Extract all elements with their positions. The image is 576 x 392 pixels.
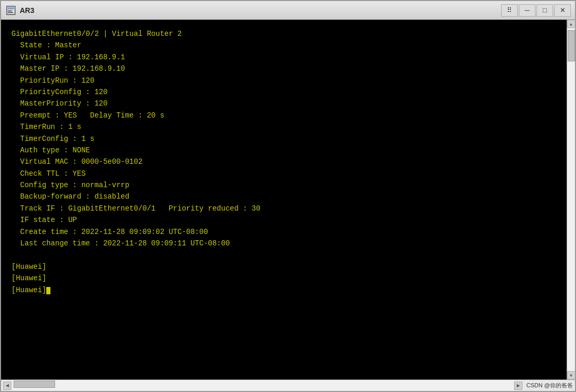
close-button[interactable]: ✕ [554,4,571,17]
maximize-icon: □ [543,6,547,14]
bottom-bar: ◀ ▶ CSDN @你的爸爸 [1,380,575,391]
svg-rect-2 [8,10,12,11]
window-title: AR3 [20,6,501,15]
svg-rect-3 [8,12,13,13]
window-body: GigabitEthernet0/0/2 | Virtual Router 2 … [1,20,575,380]
window-controls: ⠿ ─ □ ✕ [501,4,571,17]
thumb-icon: ⠿ [507,6,512,14]
maximize-button[interactable]: □ [536,4,553,17]
scroll-up-button[interactable]: ▲ [567,20,575,28]
scroll-track-v[interactable] [567,28,575,371]
scroll-thumb-v[interactable] [568,30,575,61]
minimize-icon: ─ [525,6,529,14]
title-bar: AR3 ⠿ ─ □ ✕ [1,1,575,20]
minimize-button[interactable]: ─ [519,4,535,17]
close-icon: ✕ [560,6,566,14]
thumb-icon-btn: ⠿ [501,4,518,17]
terminal-output[interactable]: GigabitEthernet0/0/2 | Virtual Router 2 … [1,20,567,380]
vertical-scrollbar[interactable]: ▲ ▼ [567,20,575,380]
scroll-left-button[interactable]: ◀ [3,382,11,390]
svg-rect-1 [8,7,14,9]
scroll-thumb-h[interactable] [14,381,55,388]
scroll-right-button[interactable]: ▶ [514,382,522,390]
scroll-down-button[interactable]: ▼ [567,371,575,380]
status-text: CSDN @你的爸爸 [527,382,573,389]
app-icon [5,5,17,16]
scroll-track-h[interactable] [11,380,514,391]
main-window: AR3 ⠿ ─ □ ✕ GigabitEthernet0/0/2 | Virtu… [0,0,576,392]
terminal-cursor [46,287,50,294]
